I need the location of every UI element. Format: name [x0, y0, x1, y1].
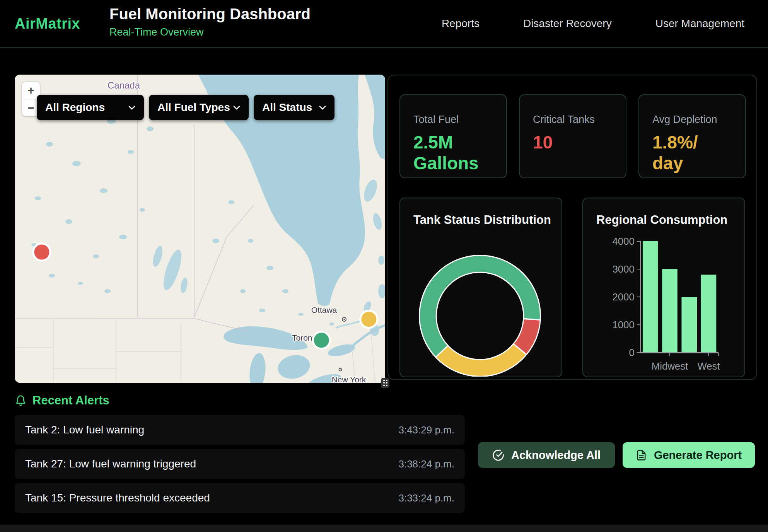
alert-message: Tank 15: Pressure threshold exceeded [25, 492, 210, 504]
tank-marker-normal[interactable] [313, 332, 330, 349]
generate-report-button[interactable]: Generate Report [623, 442, 755, 468]
alert-message: Tank 27: Low fuel warning triggered [25, 458, 196, 470]
bar-midwest [662, 269, 678, 353]
map-country-label: Canada [108, 80, 140, 90]
acknowledge-all-label: Acknowledge All [511, 449, 601, 462]
stat-value: 10 [533, 132, 613, 153]
status-filter-label: All Status [262, 101, 312, 114]
stat-card-critical-tanks: Critical Tanks 10 [519, 94, 626, 178]
map-filters: All Regions All Fuel Types All Status [37, 95, 335, 120]
check-circle-icon [492, 449, 504, 461]
page-title: Fuel Monitoring Dashboard [109, 5, 311, 23]
alert-timestamp: 3:33:24 p.m. [398, 492, 454, 504]
stat-label: Critical Tanks [533, 114, 613, 126]
bell-icon [15, 394, 27, 407]
chevron-down-icon [128, 106, 135, 110]
main-nav: Reports Disaster Recovery User Managemen… [442, 17, 744, 30]
chart-title: Regional Consumption [596, 213, 727, 227]
stat-card-total-fuel: Total Fuel 2.5M Gallons [399, 94, 507, 178]
stat-label: Total Fuel [413, 114, 493, 126]
alerts-header: Recent Alerts [15, 394, 465, 408]
donut-segment-warning [436, 344, 527, 376]
tank-status-chart-card: Tank Status Distribution [399, 198, 562, 377]
tank-marker-critical[interactable] [33, 244, 50, 261]
y-tick-label: 0 [629, 347, 634, 358]
charts-row: Tank Status Distribution Regional Consum… [399, 198, 746, 377]
alerts-title: Recent Alerts [32, 394, 109, 408]
chart-title: Tank Status Distribution [413, 213, 551, 227]
page-subtitle: Real-Time Overview [109, 26, 311, 38]
chevron-down-icon [233, 106, 240, 110]
footer-strip [0, 525, 768, 532]
region-filter-label: All Regions [45, 101, 105, 114]
resize-grip-handle[interactable] [381, 378, 389, 388]
generate-report-label: Generate Report [654, 449, 742, 462]
stat-value: 1.8%/ day [652, 132, 732, 174]
ottawa-city-dot [343, 319, 345, 320]
title-block: Fuel Monitoring Dashboard Real-Time Over… [109, 5, 311, 38]
map-city-label-ottawa: Ottawa [311, 305, 337, 314]
alert-message: Tank 2: Low fuel warning [25, 424, 144, 436]
recent-alerts-section: Recent Alerts Tank 2: Low fuel warning 3… [15, 394, 465, 517]
bar-west [701, 275, 717, 353]
map-city-label-new-york: New York [332, 375, 366, 383]
y-tick-label: 4000 [612, 236, 634, 247]
bar-category-3 [681, 297, 697, 353]
file-text-icon [636, 450, 647, 461]
y-tick-label: 3000 [612, 264, 634, 275]
bar-category-1 [643, 241, 658, 353]
status-filter-dropdown[interactable]: All Status [254, 95, 335, 120]
fuel-type-filter-label: All Fuel Types [157, 101, 230, 114]
alert-timestamp: 3:43:29 p.m. [398, 424, 454, 436]
alert-row[interactable]: Tank 15: Pressure threshold exceeded 3:3… [15, 483, 465, 513]
stats-row: Total Fuel 2.5M Gallons Critical Tanks 1… [399, 94, 746, 178]
y-tick-label: 2000 [612, 292, 634, 302]
app-logo: AirMatrix [15, 15, 80, 32]
regional-consumption-chart-card: Regional Consumption 01000200030004000Mi… [582, 198, 745, 377]
x-tick-label: Midwest [652, 361, 688, 372]
stat-value: 2.5M Gallons [413, 132, 493, 174]
header: AirMatrix Fuel Monitoring Dashboard Real… [0, 0, 768, 48]
stat-card-avg-depletion: Avg Depletion 1.8%/ day [638, 94, 746, 178]
alert-row[interactable]: Tank 2: Low fuel warning 3:43:29 p.m. [15, 415, 465, 445]
x-tick-label: West [697, 361, 720, 372]
alert-row[interactable]: Tank 27: Low fuel warning triggered 3:38… [15, 449, 465, 479]
map-panel: Canada Ottawa Toronto New York + − All R… [15, 75, 385, 383]
stat-label: Avg Depletion [652, 114, 732, 126]
metrics-panel: Total Fuel 2.5M Gallons Critical Tanks 1… [387, 75, 757, 380]
region-filter-dropdown[interactable]: All Regions [37, 95, 144, 120]
alert-timestamp: 3:38:24 p.m. [398, 458, 454, 470]
nav-item-disaster-recovery[interactable]: Disaster Recovery [523, 17, 612, 30]
fuel-type-filter-dropdown[interactable]: All Fuel Types [149, 95, 249, 120]
y-tick-label: 1000 [612, 319, 634, 330]
nav-item-reports[interactable]: Reports [442, 17, 480, 30]
tank-marker-warning[interactable] [360, 311, 377, 328]
map-canvas[interactable]: Canada Ottawa Toronto New York [15, 75, 385, 383]
acknowledge-all-button[interactable]: Acknowledge All [478, 442, 615, 468]
chevron-down-icon [319, 106, 326, 110]
nav-item-user-management[interactable]: User Management [655, 17, 744, 30]
